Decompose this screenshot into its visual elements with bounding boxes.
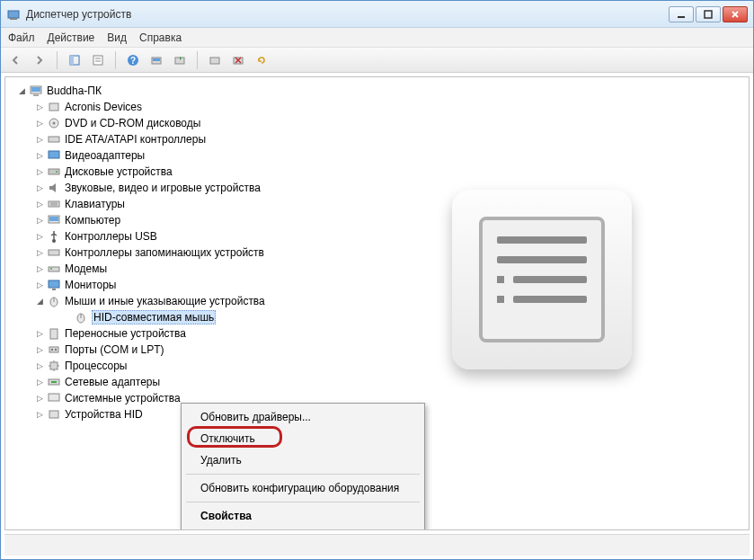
tree-root[interactable]: ◢ Buddha-ПК <box>9 83 745 99</box>
monitor-icon <box>47 278 61 292</box>
expand-icon[interactable]: ▷ <box>34 344 45 355</box>
svg-rect-35 <box>49 280 59 288</box>
tree-item[interactable]: ▷Процессоры <box>9 358 745 374</box>
tree-item-label: Дисковые устройства <box>65 165 173 178</box>
tree-item[interactable]: ▷Контроллеры запоминающих устройств <box>9 244 745 261</box>
usb-icon <box>47 229 61 244</box>
tree-item[interactable]: ▷Дисковые устройства <box>9 164 745 180</box>
expand-icon[interactable]: ▷ <box>34 182 45 193</box>
update-driver-button[interactable] <box>170 50 190 70</box>
svg-point-31 <box>52 239 56 243</box>
tree-item[interactable]: ▷Компьютер <box>9 212 745 228</box>
svg-text:?: ? <box>130 56 136 66</box>
menu-view[interactable]: Вид <box>107 31 127 44</box>
svg-rect-0 <box>8 11 19 18</box>
tree-item[interactable]: ▷IDE ATA/ATAPI контроллеры <box>9 131 745 147</box>
properties-button[interactable] <box>88 50 108 70</box>
tree-item-label: Процессоры <box>65 360 128 372</box>
expand-icon[interactable]: ▷ <box>34 199 45 209</box>
content-area: ◢ Buddha-ПК ▷Acronis Devices ▷DVD и CD-R… <box>4 76 750 530</box>
cm-scan-hardware[interactable]: Обновить конфигурацию оборудования <box>184 477 421 499</box>
svg-point-44 <box>55 349 57 351</box>
expand-icon[interactable]: ▷ <box>34 118 45 129</box>
enable-button[interactable] <box>205 50 225 70</box>
cm-delete[interactable]: Удалить <box>184 449 421 471</box>
portable-icon <box>47 326 61 341</box>
menu-action[interactable]: Действие <box>48 31 95 44</box>
tree-item[interactable]: ▷Контроллеры USB <box>9 228 745 244</box>
cm-separator <box>186 474 420 475</box>
tree-item-hid-mouse[interactable]: HID-совместимая мышь <box>9 309 745 325</box>
cm-update-drivers[interactable]: Обновить драйверы... <box>184 406 421 428</box>
expand-icon[interactable]: ▷ <box>34 215 45 226</box>
expand-icon[interactable]: ▷ <box>34 409 45 420</box>
expand-icon[interactable]: ▷ <box>34 360 45 371</box>
svg-rect-53 <box>49 411 58 418</box>
tree-item-label: Контроллеры запоминающих устройств <box>65 246 264 259</box>
collapse-icon[interactable]: ◢ <box>16 85 27 96</box>
expand-icon[interactable]: ▷ <box>34 134 45 145</box>
system-icon <box>47 391 61 405</box>
port-icon <box>47 342 61 357</box>
svg-rect-33 <box>49 267 59 271</box>
menu-help[interactable]: Справка <box>139 31 182 44</box>
maximize-button[interactable] <box>696 6 721 22</box>
tree-item[interactable]: ▷Порты (COM и LPT) <box>9 342 745 358</box>
tree-item-label: Мониторы <box>65 279 116 291</box>
collapse-icon[interactable]: ◢ <box>34 296 45 307</box>
svg-rect-36 <box>52 289 56 290</box>
cm-separator <box>186 502 420 502</box>
cm-disable[interactable]: Отключить <box>184 428 421 449</box>
uninstall-button[interactable] <box>228 50 248 70</box>
tree-item-label: Системные устройства <box>65 392 181 404</box>
svg-rect-18 <box>33 94 39 96</box>
tree-item[interactable]: ▷Мониторы <box>9 277 745 293</box>
tree-item[interactable]: ▷Звуковые, видео и игровые устройства <box>9 180 745 196</box>
svg-rect-3 <box>705 11 712 18</box>
audio-icon <box>47 181 61 195</box>
controller-icon <box>47 132 61 147</box>
expand-icon[interactable]: ▷ <box>34 166 45 177</box>
expand-icon[interactable]: ▷ <box>34 393 45 404</box>
computer-icon <box>29 84 43 98</box>
refresh-button[interactable] <box>252 50 271 70</box>
forward-button[interactable] <box>30 50 49 70</box>
expand-icon[interactable]: ▷ <box>34 231 45 242</box>
svg-rect-45 <box>50 362 58 369</box>
tree-item[interactable]: ▷Переносные устройства <box>9 325 745 342</box>
tree-item[interactable]: ▷Клавиатуры <box>9 196 745 212</box>
tree-item[interactable]: ▷Acronis Devices <box>9 99 745 115</box>
tree-item-label: Компьютер <box>65 214 120 227</box>
svg-rect-5 <box>70 56 74 65</box>
expand-icon[interactable]: ▷ <box>34 280 45 290</box>
expand-icon[interactable]: ▷ <box>34 328 45 339</box>
tree-item[interactable]: ▷DVD и CD-ROM дисководы <box>9 115 745 131</box>
cm-properties[interactable]: Свойства <box>184 505 421 527</box>
expand-icon[interactable]: ▷ <box>34 263 45 274</box>
minimize-button[interactable] <box>669 6 694 22</box>
tree-item-label: Переносные устройства <box>65 327 186 340</box>
svg-rect-19 <box>49 103 58 111</box>
tree-item[interactable]: ▷Модемы <box>9 261 745 277</box>
svg-rect-52 <box>49 394 59 401</box>
back-button[interactable] <box>6 50 26 70</box>
svg-point-21 <box>53 122 56 125</box>
menu-file[interactable]: Файл <box>8 31 35 44</box>
cpu-icon <box>47 359 61 373</box>
mouse-icon <box>47 294 61 308</box>
device-icon <box>47 100 61 114</box>
close-button[interactable] <box>723 6 748 22</box>
show-hide-tree-button[interactable] <box>65 50 84 70</box>
titlebar[interactable]: Диспетчер устройств <box>1 1 753 28</box>
tree-item[interactable]: ▷Сетевые адаптеры <box>9 374 745 390</box>
expand-icon[interactable]: ▷ <box>34 150 45 161</box>
tree-item-mice[interactable]: ◢Мыши и иные указывающие устройства <box>9 293 745 309</box>
storage-controller-icon <box>47 245 61 260</box>
expand-icon[interactable]: ▷ <box>34 102 45 112</box>
hid-icon <box>47 407 61 422</box>
expand-icon[interactable]: ▷ <box>34 247 45 258</box>
expand-icon[interactable]: ▷ <box>34 377 45 387</box>
help-button[interactable]: ? <box>123 50 143 70</box>
scan-hardware-button[interactable] <box>146 50 166 70</box>
tree-item[interactable]: ▷Видеоадаптеры <box>9 147 745 164</box>
